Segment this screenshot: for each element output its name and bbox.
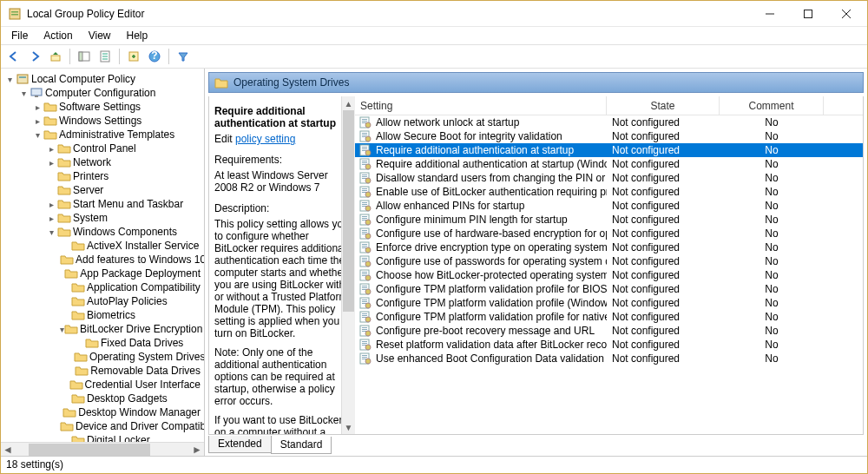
tree-item[interactable]: Desktop Gadgets	[1, 392, 204, 405]
tree-item[interactable]: ▾Local Computer Policy	[1, 72, 204, 86]
expand-toggle-icon[interactable]: ▸	[46, 200, 57, 209]
setting-row[interactable]: Configure use of passwords for operating…	[355, 254, 863, 268]
close-button[interactable]	[827, 2, 865, 26]
setting-row[interactable]: Allow enhanced PINs for startupNot confi…	[355, 199, 863, 213]
tree-item[interactable]: Desktop Window Manager	[1, 405, 204, 419]
scroll-down-icon[interactable]: ▼	[345, 420, 353, 434]
tree-item[interactable]: ▸Network	[1, 155, 204, 169]
setting-row[interactable]: Configure TPM platform validation profil…	[355, 296, 863, 310]
expand-toggle-icon[interactable]: ▸	[32, 102, 43, 112]
folder-icon	[74, 351, 88, 363]
tree-item[interactable]: Add features to Windows 10 Tec	[1, 253, 204, 267]
tree-item[interactable]: Credential User Interface	[1, 378, 204, 392]
tree-item[interactable]: ▾Administrative Templates	[1, 128, 204, 142]
policy-icon	[16, 73, 30, 85]
tree-item-label: Application Compatibility	[87, 281, 201, 293]
col-setting[interactable]: Setting	[355, 96, 607, 115]
scroll-thumb[interactable]	[29, 444, 150, 456]
expand-toggle-icon[interactable]: ▸	[32, 116, 43, 126]
setting-row[interactable]: Configure minimum PIN length for startup…	[355, 213, 863, 227]
tree-item[interactable]: ▸Windows Settings	[1, 114, 204, 128]
tree-item[interactable]: Application Compatibility	[1, 280, 204, 294]
setting-row[interactable]: Require additional authentication at sta…	[355, 157, 863, 171]
requirements-text: At least Windows Server 2008 R2 or Windo…	[214, 169, 349, 194]
tree-item[interactable]: ▾Computer Configuration	[1, 86, 204, 100]
tree-item[interactable]: AutoPlay Policies	[1, 294, 204, 308]
desc-vscrollbar[interactable]: ▲ ▼	[341, 96, 355, 434]
expand-toggle-icon[interactable]: ▾	[4, 75, 16, 84]
tree-item[interactable]: ▸System	[1, 211, 204, 225]
setting-row[interactable]: Configure TPM platform validation profil…	[355, 310, 863, 324]
expand-toggle-icon[interactable]: ▸	[46, 144, 57, 154]
setting-comment: No	[720, 339, 824, 351]
tree-item-label: Desktop Gadgets	[87, 392, 168, 405]
help-button[interactable]: ?	[145, 47, 164, 66]
tree-item[interactable]: Biometrics	[1, 308, 204, 322]
tree-hscrollbar[interactable]: ◄ ►	[1, 442, 204, 456]
menu-file[interactable]: File	[4, 28, 35, 43]
tree-item[interactable]: Server	[1, 183, 204, 197]
tree-item[interactable]: ▸Software Settings	[1, 100, 204, 114]
back-button[interactable]	[4, 47, 23, 66]
tree-item[interactable]: Printers	[1, 169, 204, 183]
tree-item[interactable]: Fixed Data Drives	[1, 336, 204, 350]
col-state[interactable]: State	[607, 96, 720, 115]
expand-toggle-icon[interactable]: ▸	[46, 158, 57, 168]
scroll-thumb[interactable]	[343, 110, 354, 312]
filter-button[interactable]	[174, 47, 193, 66]
setting-row[interactable]: Disallow standard users from changing th…	[355, 171, 863, 185]
properties-button[interactable]	[95, 47, 115, 66]
toolbar-separator	[119, 49, 120, 64]
setting-row[interactable]: Allow network unlock at startupNot confi…	[355, 115, 863, 129]
scroll-right-icon[interactable]: ►	[190, 444, 204, 456]
tree-item-label: App Package Deployment	[80, 267, 201, 280]
menubar: File Action View Help	[1, 27, 867, 44]
expand-toggle-icon[interactable]: ▸	[46, 214, 57, 223]
svg-point-35	[365, 150, 371, 155]
menu-help[interactable]: Help	[120, 28, 155, 43]
menu-view[interactable]: View	[82, 28, 118, 43]
setting-row[interactable]: Require additional authentication at sta…	[355, 143, 863, 157]
setting-row[interactable]: Enable use of BitLocker authentication r…	[355, 185, 863, 199]
edit-policy-link[interactable]: policy setting	[235, 133, 295, 145]
setting-row[interactable]: Configure use of hardware-based encrypti…	[355, 227, 863, 240]
expand-toggle-icon[interactable]: ▾	[18, 89, 30, 98]
scroll-up-icon[interactable]: ▲	[345, 96, 353, 110]
up-button[interactable]	[46, 47, 65, 66]
expand-toggle-icon[interactable]: ▾	[46, 227, 57, 237]
menu-action[interactable]: Action	[36, 28, 79, 43]
expand-toggle-icon[interactable]: ▾	[32, 130, 43, 140]
minimize-button[interactable]	[751, 2, 789, 26]
tree-item[interactable]: ▸Control Panel	[1, 142, 204, 155]
setting-name: Allow enhanced PINs for startup	[376, 200, 524, 212]
export-button[interactable]	[124, 47, 143, 66]
window-title: Local Group Policy Editor	[27, 8, 751, 20]
tree-item-label: Operating System Drives	[89, 351, 204, 363]
setting-row[interactable]: Reset platform validation data after Bit…	[355, 338, 863, 352]
setting-row[interactable]: Use enhanced Boot Configuration Data val…	[355, 352, 863, 365]
show-hide-tree-button[interactable]	[75, 47, 94, 66]
tree-item[interactable]: Device and Driver Compatibility	[1, 419, 204, 433]
tree-item[interactable]: ActiveX Installer Service	[1, 239, 204, 253]
col-comment[interactable]: Comment	[720, 96, 824, 115]
svg-rect-87	[362, 300, 367, 300]
forward-button[interactable]	[25, 47, 44, 66]
tree-item[interactable]: App Package Deployment	[1, 267, 204, 280]
maximize-button[interactable]	[789, 2, 827, 26]
setting-row[interactable]: Configure pre-boot recovery message and …	[355, 324, 863, 338]
tree-item[interactable]: ▾BitLocker Drive Encryption	[1, 322, 204, 336]
setting-row[interactable]: Allow Secure Boot for integrity validati…	[355, 129, 863, 143]
setting-row[interactable]: Choose how BitLocker-protected operating…	[355, 268, 863, 282]
setting-row[interactable]: Enforce drive encryption type on operati…	[355, 240, 863, 254]
tree-item[interactable]: Operating System Drives	[1, 350, 204, 364]
tree-item[interactable]: ▾Windows Components	[1, 225, 204, 239]
tree-item[interactable]: ▸Start Menu and Taskbar	[1, 197, 204, 211]
folder-icon	[75, 365, 89, 377]
tab-standard[interactable]: Standard	[271, 437, 332, 454]
tree-item[interactable]: Digital Locker	[1, 433, 204, 442]
setting-row[interactable]: Configure TPM platform validation profil…	[355, 282, 863, 296]
tree-item[interactable]: Removable Data Drives	[1, 364, 204, 378]
svg-rect-20	[35, 95, 38, 97]
scroll-left-icon[interactable]: ◄	[1, 444, 15, 456]
tab-extended[interactable]: Extended	[208, 436, 272, 453]
